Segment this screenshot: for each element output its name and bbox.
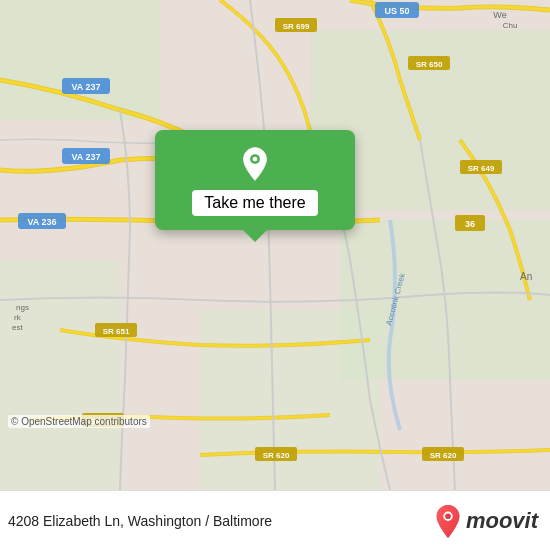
svg-text:VA 237: VA 237 (71, 152, 100, 162)
svg-text:36: 36 (465, 219, 475, 229)
svg-text:rk: rk (14, 313, 22, 322)
svg-text:Chu: Chu (503, 21, 518, 30)
map-container: US 50 VA 237 VA 237 VA 236 SR 699 SR 650… (0, 0, 550, 490)
svg-point-40 (445, 513, 451, 519)
svg-text:SR 699: SR 699 (283, 22, 310, 31)
svg-text:est: est (12, 323, 23, 332)
moovit-logo: moovit (434, 504, 538, 538)
svg-text:SR 620: SR 620 (430, 451, 457, 460)
moovit-pin-icon (434, 504, 462, 538)
svg-rect-4 (0, 260, 120, 490)
svg-rect-1 (0, 0, 160, 120)
svg-text:US 50: US 50 (384, 6, 409, 16)
svg-text:We: We (493, 10, 506, 20)
svg-text:SR 650: SR 650 (416, 60, 443, 69)
location-pin-icon (237, 146, 273, 182)
svg-text:ngs: ngs (16, 303, 29, 312)
svg-rect-5 (200, 310, 380, 490)
moovit-text-label: moovit (466, 508, 538, 534)
take-me-there-popup[interactable]: Take me there (155, 130, 355, 230)
take-me-there-button[interactable]: Take me there (192, 190, 317, 216)
svg-text:SR 651: SR 651 (103, 327, 130, 336)
svg-point-38 (253, 157, 258, 162)
svg-text:VA 237: VA 237 (71, 82, 100, 92)
osm-attribution: © OpenStreetMap contributors (8, 415, 150, 428)
address-label: 4208 Elizabeth Ln, Washington / Baltimor… (8, 513, 272, 529)
svg-text:VA 236: VA 236 (27, 217, 56, 227)
bottom-bar: 4208 Elizabeth Ln, Washington / Baltimor… (0, 490, 550, 550)
svg-text:SR 620: SR 620 (263, 451, 290, 460)
svg-text:An: An (520, 271, 532, 282)
svg-text:SR 649: SR 649 (468, 164, 495, 173)
